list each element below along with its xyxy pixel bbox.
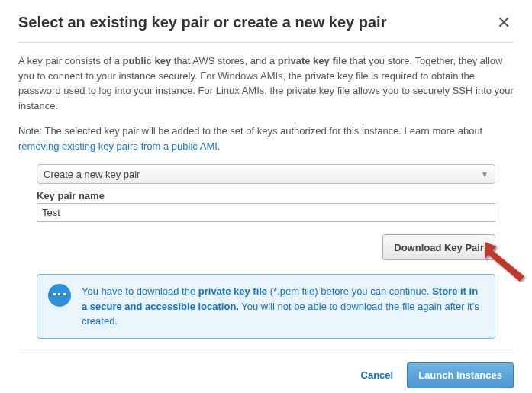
- download-keypair-button[interactable]: Download Key Pair: [382, 234, 495, 260]
- close-icon[interactable]: ✕: [494, 14, 514, 31]
- launch-instances-button[interactable]: Launch Instances: [407, 362, 514, 388]
- form-section: Create a new key pair ▼ Key pair name Do…: [37, 164, 495, 339]
- keypair-name-label: Key pair name: [37, 190, 495, 201]
- dialog-title: Select an existing key pair or create a …: [18, 14, 386, 31]
- keypair-mode-select[interactable]: Create a new key pair ▼: [37, 164, 495, 184]
- chevron-down-icon: ▼: [481, 170, 488, 179]
- remove-keypair-link[interactable]: removing existing key pairs from a publi…: [18, 140, 218, 152]
- dialog-body: A key pair consists of a public key that…: [18, 53, 514, 388]
- info-text: You have to download the private key fil…: [82, 284, 484, 329]
- intro-paragraph: A key pair consists of a public key that…: [18, 53, 514, 113]
- dialog-footer: Cancel Launch Instances: [18, 353, 514, 388]
- key-pair-dialog: Select an existing key pair or create a …: [0, 0, 532, 393]
- info-icon: [48, 284, 71, 307]
- info-box: You have to download the private key fil…: [37, 274, 495, 339]
- title-bar: Select an existing key pair or create a …: [18, 14, 514, 43]
- note-paragraph: Note: The selected key pair will be adde…: [18, 124, 514, 153]
- select-value: Create a new key pair: [44, 169, 140, 180]
- cancel-button[interactable]: Cancel: [361, 369, 394, 381]
- keypair-name-input[interactable]: [37, 203, 495, 222]
